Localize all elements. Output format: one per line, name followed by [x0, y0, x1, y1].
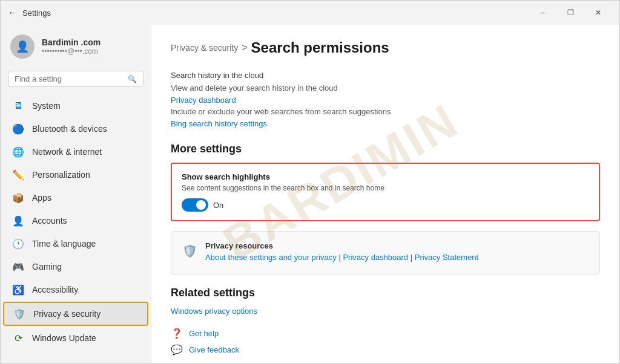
avatar-icon: 👤: [16, 40, 29, 53]
nav-label-accessibility: Accessibility: [32, 285, 78, 294]
feedback-icon: 💬: [171, 344, 183, 356]
time-icon: 🕐: [13, 238, 24, 249]
user-profile: 👤 Bardimin .com ••••••••••@•••.com: [1, 30, 151, 63]
nav-label-windows-update: Windows Update: [32, 333, 96, 343]
more-settings-title: More settings: [171, 143, 600, 155]
content-area: 👤 Bardimin .com ••••••••••@•••.com 🔍 🖥 S…: [1, 25, 619, 363]
titlebar-left: ← Settings: [8, 7, 51, 18]
about-settings-link[interactable]: About these settings and your privacy: [205, 253, 337, 262]
privacy-dashboard-link-1[interactable]: Privacy dashboard: [171, 96, 236, 105]
titlebar: ← Settings – ❐ ✕: [1, 1, 619, 25]
nav-label-bluetooth: Bluetooth & devices: [32, 124, 107, 134]
nav-item-windows-update[interactable]: ⟳ Windows Update: [3, 327, 148, 349]
privacy-resources: 🛡️ Privacy resources About these setting…: [171, 231, 600, 275]
windows-privacy-link[interactable]: Windows privacy options: [171, 307, 600, 316]
cloud-section-title: Search history in the cloud: [171, 71, 600, 80]
privacy-statement-link[interactable]: Privacy Statement: [415, 253, 479, 262]
window-controls: – ❐ ✕: [529, 3, 612, 22]
cloud-section-desc2: Include or exclude your web searches fro…: [171, 107, 600, 116]
nav-item-gaming[interactable]: 🎮 Gaming: [3, 256, 148, 278]
close-button[interactable]: ✕: [584, 3, 612, 22]
nav-item-network[interactable]: 🌐 Network & internet: [3, 141, 148, 163]
breadcrumb-parent: Privacy & security: [171, 43, 238, 53]
apps-icon: 📦: [13, 192, 24, 203]
link-separator-1: |: [338, 253, 343, 262]
accessibility-icon: ♿: [13, 284, 24, 295]
nav-item-accounts[interactable]: 👤 Accounts: [3, 210, 148, 232]
give-feedback-label: Give feedback: [189, 345, 239, 354]
system-icon: 🖥: [13, 100, 24, 111]
sidebar: 👤 Bardimin .com ••••••••••@•••.com 🔍 🖥 S…: [1, 25, 151, 363]
page-title: Search permissions: [251, 39, 389, 56]
nav-label-apps: Apps: [32, 193, 51, 203]
nav-label-network: Network & internet: [32, 147, 102, 157]
minimize-button[interactable]: –: [529, 3, 556, 22]
toggle-label: On: [213, 201, 223, 210]
search-highlights-toggle[interactable]: [182, 198, 208, 212]
breadcrumb: Privacy & security > Search permissions: [171, 39, 600, 56]
user-name: Bardimin .com: [42, 37, 101, 47]
privacy-icon: 🛡️: [14, 308, 25, 319]
personalization-icon: ✏️: [13, 169, 24, 180]
search-icon: 🔍: [128, 75, 137, 83]
nav-item-bluetooth[interactable]: 🔵 Bluetooth & devices: [3, 118, 148, 140]
back-icon[interactable]: ←: [8, 7, 18, 18]
help-icon: ❓: [171, 328, 183, 339]
bluetooth-icon: 🔵: [13, 123, 24, 134]
toggle-knob: [196, 200, 206, 210]
privacy-dashboard-link-2[interactable]: Privacy dashboard: [343, 253, 408, 262]
highlight-title: Show search highlights: [182, 172, 589, 181]
main-content: Privacy & security > Search permissions …: [151, 25, 619, 363]
gaming-icon: 🎮: [13, 261, 24, 272]
get-help-link[interactable]: ❓ Get help: [171, 328, 600, 339]
search-box[interactable]: 🔍: [8, 71, 143, 87]
bing-history-link[interactable]: Bing search history settings: [171, 119, 267, 128]
nav-label-time: Time & language: [32, 239, 96, 249]
bottom-links: ❓ Get help 💬 Give feedback: [171, 328, 600, 356]
privacy-resources-links: About these settings and your privacy | …: [205, 253, 478, 264]
nav-label-gaming: Gaming: [32, 262, 62, 271]
privacy-resources-content: Privacy resources About these settings a…: [205, 241, 478, 264]
user-email: ••••••••••@•••.com: [42, 47, 101, 56]
window-title: Settings: [22, 8, 51, 18]
accounts-icon: 👤: [13, 215, 24, 226]
nav-item-apps[interactable]: 📦 Apps: [3, 187, 148, 209]
nav-item-system[interactable]: 🖥 System: [3, 95, 148, 117]
cloud-section-desc: View and delete your search history in t…: [171, 83, 600, 93]
update-icon: ⟳: [13, 333, 24, 343]
toggle-row: On: [182, 198, 589, 212]
link-separator-2: |: [411, 253, 415, 262]
shield-icon: 🛡️: [181, 242, 198, 259]
nav-item-time[interactable]: 🕐 Time & language: [3, 233, 148, 255]
related-settings-title: Related settings: [171, 287, 600, 299]
breadcrumb-separator: >: [242, 42, 247, 53]
settings-window: ← Settings – ❐ ✕ 👤 Bardimin .com •••••••…: [0, 0, 620, 364]
get-help-label: Get help: [189, 329, 219, 338]
nav-label-privacy: Privacy & security: [33, 309, 101, 319]
network-icon: 🌐: [13, 146, 24, 157]
nav-item-privacy[interactable]: 🛡️ Privacy & security: [3, 302, 148, 326]
nav-item-personalization[interactable]: ✏️ Personalization: [3, 164, 148, 186]
cloud-search-section: Search history in the cloud View and del…: [171, 71, 600, 131]
nav-label-system: System: [32, 101, 61, 111]
give-feedback-link[interactable]: 💬 Give feedback: [171, 344, 600, 356]
avatar: 👤: [10, 34, 35, 59]
highlight-desc: See content suggestions in the search bo…: [182, 184, 589, 192]
maximize-button[interactable]: ❐: [556, 3, 584, 22]
user-info: Bardimin .com ••••••••••@•••.com: [42, 37, 101, 56]
search-input[interactable]: [15, 74, 124, 83]
nav-item-accessibility[interactable]: ♿ Accessibility: [3, 279, 148, 301]
nav-label-accounts: Accounts: [32, 216, 67, 226]
privacy-resources-title: Privacy resources: [205, 241, 478, 250]
highlight-box: Show search highlights See content sugge…: [171, 163, 600, 221]
nav-label-personalization: Personalization: [32, 170, 90, 180]
